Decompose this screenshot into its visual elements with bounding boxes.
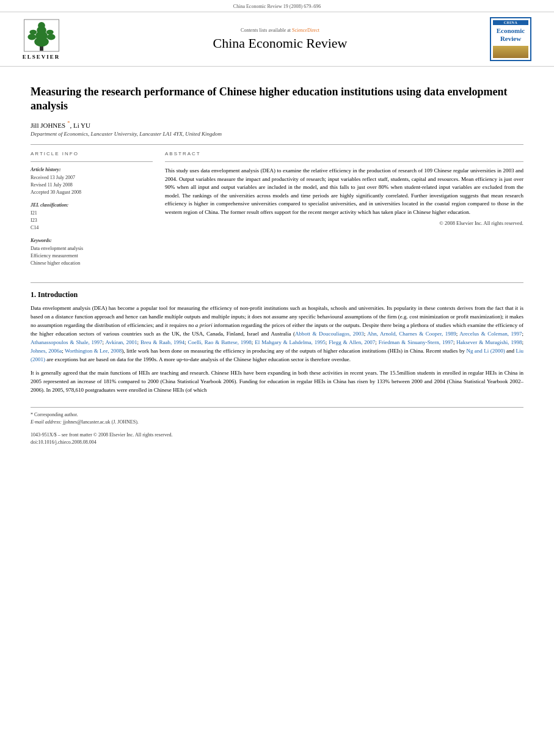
journal-ref-text: China Economic Review 19 (2008) 679–696 bbox=[233, 4, 321, 9]
ref-worthington[interactable]: Worthington & Lee, 2008 bbox=[65, 348, 122, 354]
intro-para2: It is generally agreed that the main fun… bbox=[31, 369, 523, 395]
ref-breu[interactable]: Breu & Raab, 1994 bbox=[140, 339, 184, 345]
svg-point-7 bbox=[29, 29, 37, 34]
ref-flegg[interactable]: Flegg & Allen, 2007 bbox=[329, 339, 375, 345]
keyword-china-he: Chinese higher education bbox=[31, 260, 153, 267]
accepted-date: Accepted 30 August 2008 bbox=[31, 189, 153, 196]
ref-athanassopoulos[interactable]: Athanassopoulos & Shale, 1997 bbox=[31, 339, 103, 345]
footnotes-area: * Corresponding author. E-mail address: … bbox=[31, 407, 523, 426]
logo-image-decoration bbox=[493, 46, 528, 58]
journal-title: China Economic Review bbox=[82, 35, 478, 51]
journal-header: ELSEVIER Contents lists available at Sci… bbox=[0, 12, 554, 67]
elsevier-tree-icon bbox=[23, 19, 60, 53]
article-history-dates: Received 13 July 2007 Revised 11 July 20… bbox=[31, 174, 153, 196]
author-johnes: Jill JOHNES bbox=[31, 121, 67, 128]
abstract-divider bbox=[165, 161, 523, 162]
article-info-label: ARTICLE INFO bbox=[31, 151, 153, 156]
main-content: Measuring the research performance of Ch… bbox=[0, 67, 554, 457]
introduction-heading: 1. Introduction bbox=[31, 290, 523, 299]
footnote-email: E-mail address: jjohnes@lancaster.ac.uk … bbox=[31, 419, 523, 426]
sciencedirect-link[interactable]: ScienceDirect bbox=[292, 28, 319, 33]
ref-friedman[interactable]: Friedman & Sinuany-Stern, 1997 bbox=[379, 339, 453, 345]
apriori-text: a priori bbox=[195, 322, 213, 328]
article-history-label: Article history: bbox=[31, 167, 153, 172]
article-history-block: Article history: Received 13 July 2007 R… bbox=[31, 167, 153, 196]
ref-johnes[interactable]: Johnes, 2006a bbox=[31, 348, 62, 354]
doi-line: doi:10.1016/j.chieco.2008.08.004 bbox=[31, 439, 523, 445]
abstract-label: ABSTRACT bbox=[165, 151, 523, 156]
jel-I23: I23 bbox=[31, 217, 153, 224]
article-info-column: ARTICLE INFO Article history: Received 1… bbox=[31, 151, 153, 273]
email-link[interactable]: jjohnes@lancaster.ac.uk bbox=[63, 419, 111, 425]
received-date: Received 13 July 2007 bbox=[31, 174, 153, 182]
svg-point-5 bbox=[27, 34, 36, 40]
abstract-column: ABSTRACT This study uses data envelopmen… bbox=[165, 151, 523, 273]
page: China Economic Review 19 (2008) 679–696 bbox=[0, 0, 554, 756]
footnote-corresponding: * Corresponding author. bbox=[31, 411, 523, 419]
elsevier-logo: ELSEVIER bbox=[12, 19, 70, 60]
abstract-text: This study uses data envelopment analysi… bbox=[165, 167, 523, 216]
svg-point-6 bbox=[46, 34, 55, 40]
keyword-efficiency: Efficiency measurement bbox=[31, 252, 153, 260]
ref-ng[interactable]: Ng and Li (2000) bbox=[466, 348, 505, 354]
ref-coelli[interactable]: Coelli, Rao & Battese, 1998 bbox=[188, 339, 252, 345]
journal-center: Contents lists available at ScienceDirec… bbox=[70, 28, 490, 51]
logo-title: Economic Review bbox=[497, 27, 525, 43]
jel-codes: I21 I23 C14 bbox=[31, 210, 153, 232]
authors-line: Jill JOHNES *, Li YU bbox=[31, 120, 523, 129]
copyright-text: © 2008 Elsevier Inc. All rights reserved… bbox=[165, 220, 523, 226]
ref-elmahgary[interactable]: El Mahgary & Lahdelma, 1995 bbox=[255, 339, 326, 345]
keyword-dea: Data envelopment analysis bbox=[31, 245, 153, 252]
svg-point-8 bbox=[46, 29, 53, 34]
intro-para1: Data envelopment analysis (DEA) has beco… bbox=[31, 304, 523, 364]
keywords-block: Keywords: Data envelopment analysis Effi… bbox=[31, 238, 153, 267]
footer-area: 1043-951X/$ – see front matter © 2008 El… bbox=[31, 432, 523, 445]
info-divider bbox=[31, 161, 153, 162]
journal-reference: China Economic Review 19 (2008) 679–696 bbox=[0, 0, 554, 12]
journal-logo-right: CHINA Economic Review bbox=[490, 17, 536, 61]
elsevier-label-text: ELSEVIER bbox=[23, 54, 60, 60]
ref-abbott[interactable]: Abbott & Doucouliagos, 2003 bbox=[295, 331, 364, 337]
svg-point-4 bbox=[38, 21, 45, 29]
sciencedirect-line: Contents lists available at ScienceDirec… bbox=[82, 28, 478, 33]
svg-rect-0 bbox=[40, 46, 43, 51]
ref-haksever[interactable]: Haksever & Muragishi, 1998 bbox=[456, 339, 522, 345]
article-title: Measuring the research performance of Ch… bbox=[31, 85, 523, 114]
issn-line: 1043-951X/$ – see front matter © 2008 El… bbox=[31, 432, 523, 438]
section-divider bbox=[31, 282, 523, 283]
jel-I21: I21 bbox=[31, 210, 153, 217]
jel-label: JEL classification: bbox=[31, 202, 153, 208]
info-abstract-columns: ARTICLE INFO Article history: Received 1… bbox=[31, 151, 523, 273]
ref-avkiran[interactable]: Avkiran, 2001 bbox=[106, 339, 137, 345]
jel-C14: C14 bbox=[31, 224, 153, 232]
jel-block: JEL classification: I21 I23 C14 bbox=[31, 202, 153, 232]
ref-ahn[interactable]: Ahn, Arnold, Charnes & Cooper, 1989 bbox=[367, 331, 456, 337]
ref-arecelus[interactable]: Arecelus & Coleman, 1997 bbox=[459, 331, 522, 337]
introduction-section: 1. Introduction Data envelopment analysi… bbox=[31, 290, 523, 394]
keywords-label: Keywords: bbox=[31, 238, 153, 243]
keywords-list: Data envelopment analysis Efficiency mea… bbox=[31, 245, 153, 267]
header-divider bbox=[31, 144, 523, 145]
revised-date: Revised 11 July 2008 bbox=[31, 182, 153, 189]
affiliation: Department of Economics, Lancaster Unive… bbox=[31, 131, 523, 137]
